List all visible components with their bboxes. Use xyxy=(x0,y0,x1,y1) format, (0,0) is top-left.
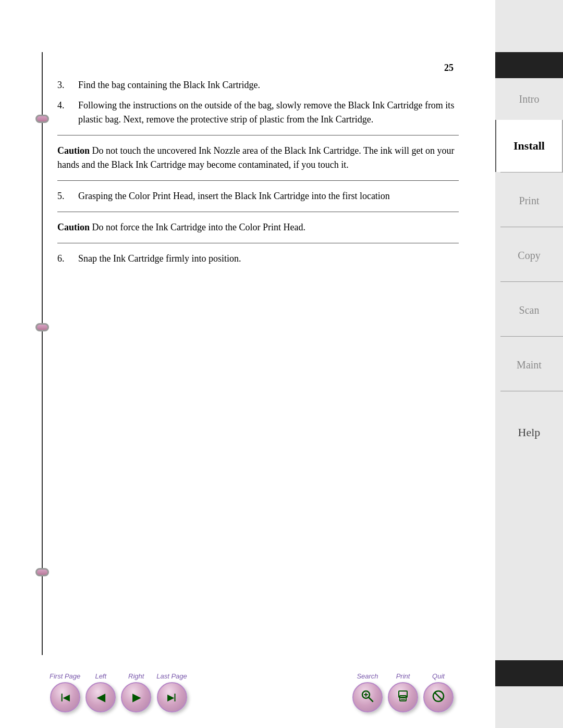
bottom-navigation: First Page |◀ Left ◀ Right ▶ Last Page ▶… xyxy=(50,672,454,712)
list-number-6: 6. xyxy=(57,252,78,266)
quit-group: Quit xyxy=(423,672,454,712)
page-number: 25 xyxy=(444,63,454,73)
search-icon xyxy=(360,689,375,706)
sidebar-divider-5 xyxy=(500,391,563,391)
list-number-5: 5. xyxy=(57,189,78,203)
caution-block-1: Caution Do not touch the uncovered Ink N… xyxy=(57,144,459,172)
left-group: Left ◀ xyxy=(85,672,116,712)
left-icon: ◀ xyxy=(97,691,105,704)
caution-label-1: Caution xyxy=(57,145,90,156)
sidebar-tab-intro[interactable]: Intro xyxy=(495,78,563,120)
sidebar-top-bar xyxy=(495,52,563,78)
binding-line xyxy=(42,52,43,655)
sidebar-tab-maint[interactable]: Maint xyxy=(495,339,563,391)
caution-text-2: Do not force the Ink Cartridge into the … xyxy=(90,222,305,232)
svg-line-9 xyxy=(435,693,442,699)
sidebar-bottom-bar xyxy=(495,660,563,686)
divider-2 xyxy=(57,180,459,181)
first-page-button[interactable]: |◀ xyxy=(50,682,80,712)
list-item-3: 3. Find the bag containing the Black Ink… xyxy=(57,78,459,92)
last-page-button[interactable]: ▶| xyxy=(157,682,187,712)
sidebar-divider-4 xyxy=(500,336,563,337)
right-label: Right xyxy=(128,672,144,680)
first-page-label: First Page xyxy=(50,672,80,680)
sidebar-tab-help[interactable]: Help xyxy=(495,393,563,472)
list-number-3: 3. xyxy=(57,78,78,92)
list-text-3: Find the bag containing the Black Ink Ca… xyxy=(78,78,459,92)
sidebar-divider-1 xyxy=(500,172,563,172)
list-item-4: 4. Following the instructions on the out… xyxy=(57,98,459,127)
caution-block-2: Caution Do not force the Ink Cartridge i… xyxy=(57,220,459,235)
main-content: 3. Find the bag containing the Black Ink… xyxy=(57,78,459,272)
caution-text-1: Do not touch the uncovered Ink Nozzle ar… xyxy=(57,145,454,170)
sidebar-tab-copy[interactable]: Copy xyxy=(495,229,563,281)
last-page-label: Last Page xyxy=(156,672,187,680)
sidebar: Intro Install Print Copy Scan Maint Help xyxy=(495,0,563,728)
list-item-6: 6. Snap the Ink Cartridge firmly into po… xyxy=(57,252,459,266)
binder-ring-2 xyxy=(35,323,49,331)
list-number-4: 4. xyxy=(57,98,78,127)
right-icon: ▶ xyxy=(132,691,140,704)
list-text-6: Snap the Ink Cartridge firmly into posit… xyxy=(78,252,459,266)
quit-label: Quit xyxy=(432,672,445,680)
list-text-4: Following the instructions on the outsid… xyxy=(78,98,459,127)
quit-icon xyxy=(431,689,446,706)
print-button[interactable] xyxy=(388,682,418,712)
sidebar-tab-scan[interactable]: Scan xyxy=(495,284,563,336)
print-icon xyxy=(396,689,410,706)
left-button[interactable]: ◀ xyxy=(85,682,116,712)
binder-ring-3 xyxy=(35,568,49,576)
divider-3 xyxy=(57,212,459,212)
search-group: Search xyxy=(352,672,383,712)
svg-line-1 xyxy=(369,697,373,701)
sidebar-tab-install[interactable]: Install xyxy=(495,120,563,172)
right-group: Right ▶ xyxy=(121,672,151,712)
last-page-group: Last Page ▶| xyxy=(156,672,187,712)
binder-ring-1 xyxy=(35,115,49,123)
search-button[interactable] xyxy=(352,682,383,712)
sidebar-tab-print[interactable]: Print xyxy=(495,175,563,227)
left-label: Left xyxy=(95,672,106,680)
print-label: Print xyxy=(396,672,410,680)
search-label: Search xyxy=(357,672,378,680)
caution-label-2: Caution xyxy=(57,222,90,232)
list-text-5: Grasping the Color Print Head, insert th… xyxy=(78,189,459,203)
divider-1 xyxy=(57,135,459,135)
sidebar-divider-3 xyxy=(500,281,563,282)
last-page-icon: ▶| xyxy=(167,693,176,702)
svg-rect-5 xyxy=(400,696,406,701)
quit-button[interactable] xyxy=(423,682,454,712)
divider-4 xyxy=(57,243,459,243)
right-button[interactable]: ▶ xyxy=(121,682,151,712)
first-page-group: First Page |◀ xyxy=(50,672,80,712)
sidebar-divider-2 xyxy=(500,227,563,227)
first-page-icon: |◀ xyxy=(60,693,69,702)
list-item-5: 5. Grasping the Color Print Head, insert… xyxy=(57,189,459,203)
print-group: Print xyxy=(388,672,418,712)
